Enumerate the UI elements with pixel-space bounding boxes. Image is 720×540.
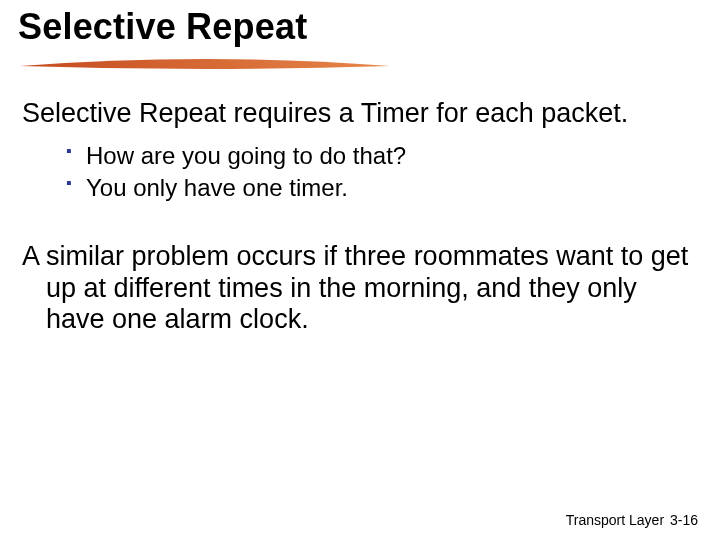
slide-body: Selective Repeat requires a Timer for ea… (22, 98, 690, 346)
bullet-item: How are you going to do that? (66, 140, 690, 172)
title-underline (20, 56, 390, 76)
footer-page-number: 3-16 (670, 512, 698, 528)
bullet-item: You only have one timer. (66, 172, 690, 204)
body-paragraph-2: A similar problem occurs if three roomma… (22, 241, 690, 337)
body-paragraph-1: Selective Repeat requires a Timer for ea… (22, 98, 690, 130)
footer-label: Transport Layer (566, 512, 664, 528)
sub-bullets: How are you going to do that? You only h… (66, 140, 690, 205)
slide-title: Selective Repeat (18, 6, 307, 48)
slide: { "title": "Selective Repeat", "paragrap… (0, 0, 720, 540)
slide-footer: Transport Layer 3-16 (566, 512, 698, 528)
